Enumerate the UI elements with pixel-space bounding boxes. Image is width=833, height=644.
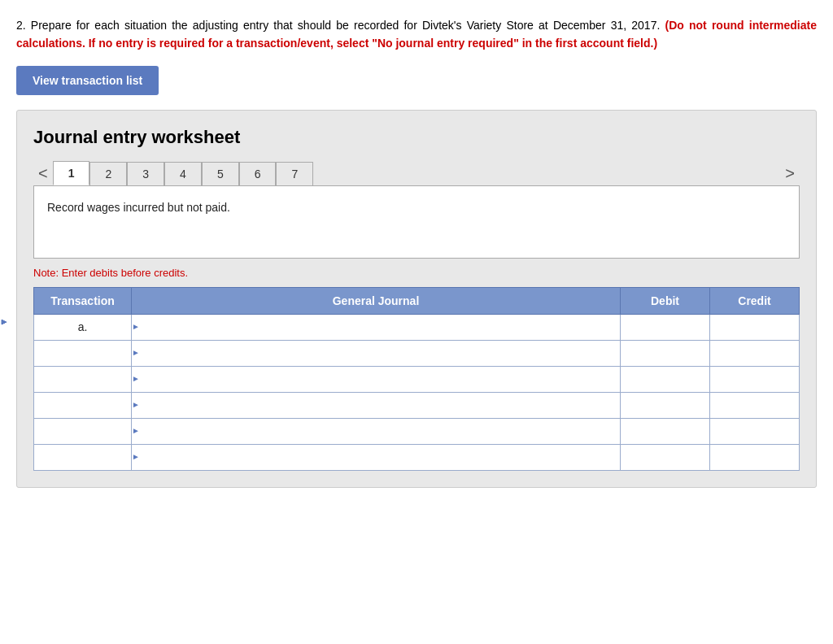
question-number: 2. [16,19,26,32]
debit-cell-1[interactable]: ► [621,314,710,340]
arrow-indicator-credit-6: ► [0,318,8,326]
transaction-cell-4 [34,392,132,418]
header-debit: Debit [621,287,710,314]
tabs-wrapper: < 1 2 3 4 5 6 7 > [33,161,800,185]
arrow-indicator: ► [132,323,140,331]
arrow-indicator-2: ► [132,349,140,357]
general-journal-cell-6[interactable]: ► [132,444,621,470]
credit-cell-6[interactable]: ► [710,444,800,470]
journal-table: Transaction General Journal Debit Credit… [33,287,800,471]
tabs-list: 1 2 3 4 5 6 7 [53,161,314,185]
credit-input-3[interactable] [710,367,799,392]
question-body-text: Prepare for each situation the adjusting… [31,19,660,32]
arrow-indicator-3: ► [132,375,140,383]
debit-input-3[interactable] [621,367,709,392]
debit-input-4[interactable] [621,393,709,418]
record-instruction-text: Record wages incurred but not paid. [47,201,230,214]
tab-nav-right[interactable]: > [780,165,800,181]
worksheet-container: Journal entry worksheet < 1 2 3 4 5 6 7 … [16,110,817,488]
transaction-cell-2 [34,340,132,366]
transaction-cell-1: a. [34,314,132,340]
table-row: ► ► ► [34,418,800,444]
debit-cell-5[interactable]: ► [621,418,710,444]
debit-cell-3[interactable]: ► [621,366,710,392]
credit-input-2[interactable] [710,341,799,366]
question-text: 2. Prepare for each situation the adjust… [16,16,817,53]
general-journal-input-6[interactable] [132,445,620,470]
header-general-journal: General Journal [132,287,621,314]
general-journal-cell-4[interactable]: ► [132,392,621,418]
view-transaction-list-button[interactable]: View transaction list [16,66,159,95]
table-row: ► ► ► [34,444,800,470]
debit-input-6[interactable] [621,445,709,470]
arrow-indicator-4: ► [132,401,140,409]
table-row: ► ► ► [34,366,800,392]
debit-cell-2[interactable]: ► [621,340,710,366]
general-journal-input-2[interactable] [132,341,620,366]
header-transaction: Transaction [34,287,132,314]
debit-input-5[interactable] [621,419,709,444]
transaction-cell-5 [34,418,132,444]
tab-4[interactable]: 4 [164,162,202,185]
debit-cell-6[interactable]: ► [621,444,710,470]
tab-5[interactable]: 5 [202,162,239,185]
worksheet-title: Journal entry worksheet [33,127,800,148]
credit-cell-3[interactable]: ► [710,366,800,392]
credit-cell-2[interactable]: ► [710,340,800,366]
transaction-cell-3 [34,366,132,392]
table-row: ► ► ► [34,392,800,418]
credit-cell-4[interactable]: ► [710,392,800,418]
credit-cell-5[interactable]: ► [710,418,800,444]
credit-input-6[interactable] [710,445,799,470]
credit-cell-1[interactable]: ► [710,314,800,340]
tab-6[interactable]: 6 [239,162,277,185]
credit-input-4[interactable] [710,393,799,418]
credit-input-5[interactable] [710,419,799,444]
header-credit: Credit [710,287,800,314]
transaction-cell-6 [34,444,132,470]
general-journal-cell-3[interactable]: ► [132,366,621,392]
general-journal-input-5[interactable] [132,419,620,444]
arrow-indicator-6: ► [132,453,140,461]
debit-input-2[interactable] [621,341,709,366]
general-journal-cell-1[interactable]: ► [132,314,621,340]
debit-input-1[interactable] [621,315,709,340]
record-instruction-box: Record wages incurred but not paid. [33,185,800,259]
general-journal-input-1[interactable] [132,315,620,340]
tab-3[interactable]: 3 [127,162,164,185]
tab-1[interactable]: 1 [53,161,90,185]
question-container: 2. Prepare for each situation the adjust… [16,16,817,53]
arrow-indicator-5: ► [132,427,140,435]
tab-nav-left[interactable]: < [33,165,53,181]
note-text: Note: Enter debits before credits. [33,267,800,279]
table-row: ► ► ► [34,340,800,366]
general-journal-cell-2[interactable]: ► [132,340,621,366]
debit-cell-4[interactable]: ► [621,392,710,418]
tab-7[interactable]: 7 [276,162,313,185]
table-row: a. ► ► ► [34,314,800,340]
tab-2[interactable]: 2 [89,162,127,185]
general-journal-input-4[interactable] [132,393,620,418]
general-journal-input-3[interactable] [132,367,620,392]
general-journal-cell-5[interactable]: ► [132,418,621,444]
credit-input-1[interactable] [710,315,799,340]
